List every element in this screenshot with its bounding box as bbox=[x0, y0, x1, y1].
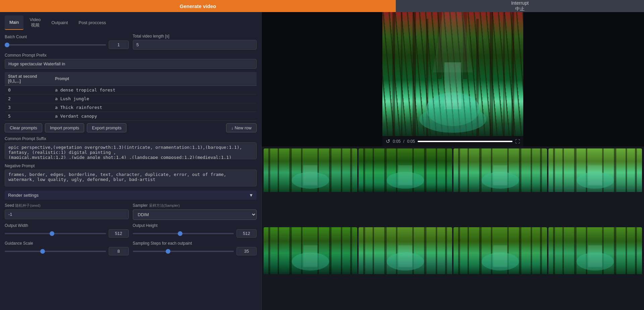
negative-prompt-input[interactable] bbox=[5, 170, 257, 186]
thumbnail-item[interactable] bbox=[359, 148, 452, 226]
guidance-value: 8 bbox=[109, 247, 129, 255]
row-second: 3 bbox=[5, 103, 52, 112]
guidance-slider[interactable] bbox=[5, 251, 106, 252]
current-time: 0:05 bbox=[393, 139, 400, 144]
sampler-label: Sampler 采样方法(Sampler) bbox=[133, 203, 257, 208]
table-row[interactable]: 2 a Lush jungle bbox=[5, 95, 257, 103]
svg-rect-76 bbox=[479, 227, 482, 274]
svg-rect-50 bbox=[626, 148, 627, 192]
generate-button[interactable]: Generate video bbox=[0, 0, 396, 12]
thumbnail-scene bbox=[359, 148, 452, 192]
svg-rect-59 bbox=[329, 227, 331, 274]
clear-prompts-button[interactable]: Clear prompts bbox=[5, 123, 42, 132]
svg-rect-33 bbox=[398, 165, 413, 185]
svg-rect-23 bbox=[304, 165, 318, 185]
batch-count-slider[interactable] bbox=[5, 44, 106, 46]
collapse-icon: ▼ bbox=[249, 193, 253, 198]
row-second: 0 bbox=[5, 86, 52, 95]
svg-rect-93 bbox=[588, 245, 602, 267]
svg-rect-65 bbox=[373, 227, 374, 274]
svg-rect-80 bbox=[531, 227, 532, 274]
render-settings-header[interactable]: Render settings ▼ bbox=[5, 191, 257, 200]
svg-rect-7 bbox=[490, 12, 493, 136]
thumbnail-item[interactable] bbox=[264, 227, 357, 308]
play-button[interactable]: ↺ bbox=[386, 138, 390, 144]
svg-rect-39 bbox=[519, 148, 521, 192]
batch-count-label: Batch Count bbox=[5, 35, 129, 39]
sampling-steps-label: Sampling Steps for each outpaint bbox=[133, 241, 257, 246]
svg-rect-0 bbox=[392, 12, 395, 136]
video-wrapper: 🐦 ↓ ▦ ✕ ⬇ bbox=[382, 12, 523, 146]
thumbnail-item[interactable] bbox=[264, 148, 357, 226]
common-prefix-input[interactable] bbox=[5, 59, 257, 69]
export-prompts-button[interactable]: Export prompts bbox=[87, 123, 126, 132]
svg-rect-31 bbox=[445, 148, 447, 192]
tab-postprocess[interactable]: Post proccess bbox=[74, 15, 111, 30]
output-width-slider[interactable] bbox=[5, 233, 106, 234]
svg-point-11 bbox=[419, 106, 486, 133]
interrupt-button[interactable]: Interrupt 中止 bbox=[511, 0, 529, 12]
row-second: 2 bbox=[5, 95, 52, 103]
svg-rect-19 bbox=[329, 148, 331, 192]
batch-count-value: 1 bbox=[109, 41, 129, 49]
negative-prompt-label: Negative Prompt bbox=[5, 164, 257, 168]
tab-outpaint[interactable]: Outpaint bbox=[47, 15, 72, 30]
svg-rect-71 bbox=[445, 227, 447, 274]
svg-rect-75 bbox=[468, 227, 469, 274]
prompt-buttons-row: Clear prompts Import prompts Export prom… bbox=[5, 123, 257, 132]
svg-rect-41 bbox=[540, 148, 542, 192]
total-time: 0:05 bbox=[407, 139, 415, 144]
svg-rect-69 bbox=[424, 227, 426, 274]
row-prompt: a dense tropical forest bbox=[52, 86, 257, 95]
svg-rect-91 bbox=[635, 227, 637, 274]
row-second: 5 bbox=[5, 112, 52, 121]
video-progress-bar[interactable] bbox=[418, 141, 513, 142]
sampling-steps-value: 35 bbox=[236, 247, 257, 255]
table-row[interactable]: 5 a Verdant canopy bbox=[5, 112, 257, 121]
row-prompt: a Verdant canopy bbox=[52, 112, 257, 121]
output-height-slider[interactable] bbox=[133, 233, 234, 234]
svg-rect-46 bbox=[574, 148, 577, 192]
total-video-length-input[interactable] bbox=[133, 40, 257, 50]
svg-rect-86 bbox=[574, 227, 577, 274]
tab-main[interactable]: Main bbox=[5, 15, 23, 30]
svg-rect-84 bbox=[553, 227, 555, 274]
thumbnail-scene bbox=[264, 227, 357, 274]
svg-rect-40 bbox=[531, 148, 532, 192]
tab-video[interactable]: Video 视频 bbox=[25, 15, 45, 30]
svg-rect-79 bbox=[519, 227, 521, 274]
import-prompts-button[interactable]: Import prompts bbox=[45, 123, 84, 132]
thumbnail-item[interactable] bbox=[548, 148, 642, 226]
fullscreen-button[interactable]: ⛶ bbox=[515, 139, 520, 144]
right-panel: 🐦 ↓ ▦ ✕ ⬇ bbox=[262, 12, 644, 310]
video-area: 🐦 ↓ ▦ ✕ ⬇ bbox=[262, 12, 644, 146]
svg-rect-73 bbox=[398, 245, 413, 267]
seed-input[interactable] bbox=[5, 209, 129, 219]
sampler-select[interactable]: DDIM DPM++ 2M Euler a Euler LMS bbox=[133, 209, 257, 220]
common-suffix-input[interactable] bbox=[5, 142, 257, 159]
svg-rect-8 bbox=[503, 12, 505, 136]
svg-rect-34 bbox=[458, 148, 460, 192]
sampling-steps-slider[interactable] bbox=[133, 251, 234, 252]
thumbnail-item[interactable] bbox=[453, 148, 547, 226]
svg-rect-36 bbox=[479, 148, 482, 192]
video-progress-area: ↺ 0:05 / 0:05 ⛶ bbox=[382, 136, 523, 146]
tabs-row: Main Video 视频 Outpaint Post proccess bbox=[5, 15, 257, 30]
left-panel: Main Video 视频 Outpaint Post proccess Bat… bbox=[0, 12, 262, 310]
thumbnail-item[interactable] bbox=[453, 227, 547, 308]
svg-rect-9 bbox=[512, 12, 514, 136]
thumbnail-scene bbox=[264, 148, 357, 192]
new-row-button[interactable]: ↓ New row bbox=[226, 123, 257, 132]
output-width-value: 512 bbox=[109, 229, 129, 238]
svg-rect-51 bbox=[635, 148, 637, 192]
prompt-table: Start at second [0,1,...] Prompt 0 a den… bbox=[5, 72, 257, 121]
svg-rect-63 bbox=[304, 245, 318, 267]
common-prefix-label: Common Prompt Prefix bbox=[5, 53, 257, 58]
thumbnail-item[interactable] bbox=[359, 227, 452, 308]
svg-rect-24 bbox=[363, 148, 365, 192]
common-suffix-label: Common Prompt Suffix bbox=[5, 136, 257, 141]
svg-rect-83 bbox=[493, 245, 507, 267]
thumbnail-item[interactable] bbox=[548, 227, 642, 308]
table-row[interactable]: 3 a Thick rainforest bbox=[5, 103, 257, 112]
table-row[interactable]: 0 a dense tropical forest bbox=[5, 86, 257, 95]
